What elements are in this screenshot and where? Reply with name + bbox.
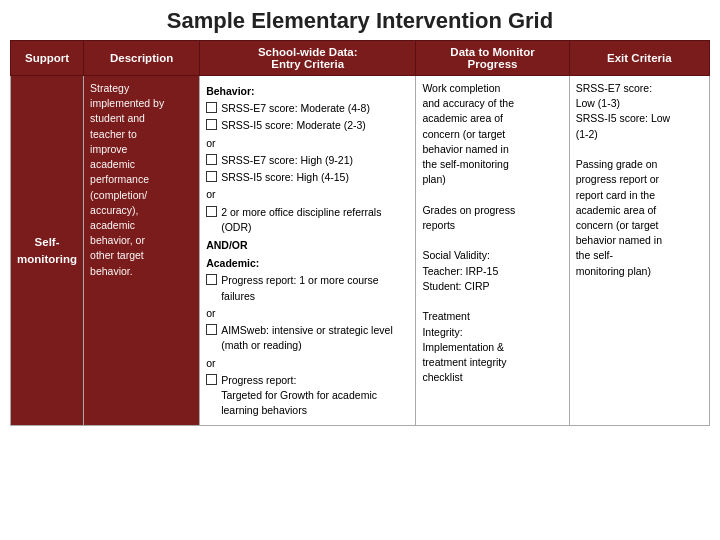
header-data-monitor: Data to Monitor Progress bbox=[416, 41, 569, 76]
behavior-item-2: SRSS-I5 score: Moderate (2-3) bbox=[206, 118, 409, 133]
andor-label: AND/OR bbox=[206, 238, 409, 253]
school-wide-cell: Behavior: SRSS-E7 score: Moderate (4-8) … bbox=[200, 76, 416, 426]
academic-label: Academic: bbox=[206, 256, 409, 271]
academic-item-3: Progress report: Targeted for Growth for… bbox=[206, 373, 409, 419]
header-school-wide: School-wide Data: Entry Criteria bbox=[200, 41, 416, 76]
page-title: Sample Elementary Intervention Grid bbox=[10, 8, 710, 34]
page: Sample Elementary Intervention Grid Supp… bbox=[0, 0, 720, 434]
checkbox-icon bbox=[206, 171, 217, 182]
checkbox-icon bbox=[206, 102, 217, 113]
intervention-grid: Support Description School-wide Data: En… bbox=[10, 40, 710, 426]
academic-item-1: Progress report: 1 or more course failur… bbox=[206, 273, 409, 303]
behavior-item-4: SRSS-I5 score: High (4-15) bbox=[206, 170, 409, 185]
support-cell: Self-monitoring bbox=[11, 76, 84, 426]
checkbox-icon bbox=[206, 206, 217, 217]
description-cell: Strategyimplemented bystudent andteacher… bbox=[84, 76, 200, 426]
behavior-item-5: 2 or more office discipline referrals (O… bbox=[206, 205, 409, 235]
behavior-label: Behavior: bbox=[206, 84, 409, 99]
or-1: or bbox=[206, 136, 409, 151]
behavior-item-3: SRSS-E7 score: High (9-21) bbox=[206, 153, 409, 168]
checkbox-icon bbox=[206, 154, 217, 165]
monitor-cell: Work completion and accuracy of the acad… bbox=[416, 76, 569, 426]
behavior-item-1: SRSS-E7 score: Moderate (4-8) bbox=[206, 101, 409, 116]
or-4: or bbox=[206, 356, 409, 371]
or-2: or bbox=[206, 187, 409, 202]
header-description: Description bbox=[84, 41, 200, 76]
exit-cell: SRSS-E7 score: Low (1-3) SRSS-I5 score: … bbox=[569, 76, 709, 426]
checkbox-icon bbox=[206, 119, 217, 130]
checkbox-icon bbox=[206, 274, 217, 285]
header-support: Support bbox=[11, 41, 84, 76]
checkbox-icon bbox=[206, 374, 217, 385]
academic-item-2: AIMSweb: intensive or strategic level (m… bbox=[206, 323, 409, 353]
or-3: or bbox=[206, 306, 409, 321]
header-exit: Exit Criteria bbox=[569, 41, 709, 76]
checkbox-icon bbox=[206, 324, 217, 335]
table-row: Self-monitoring Strategyimplemented byst… bbox=[11, 76, 710, 426]
